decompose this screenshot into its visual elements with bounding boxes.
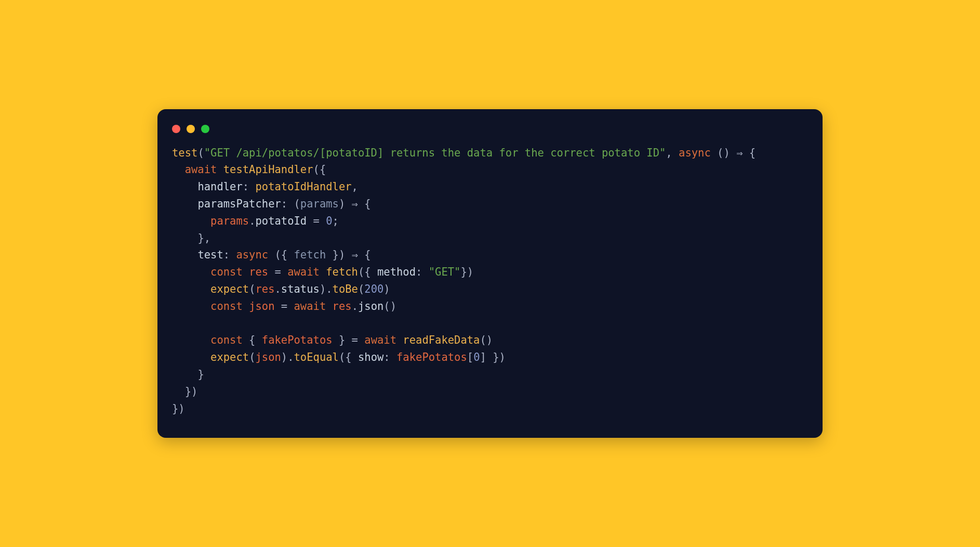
token-num-200: 200 — [364, 283, 383, 295]
token-num-zero: 0 — [326, 215, 332, 227]
token-idx-zero: 0 — [473, 351, 480, 363]
token-param-fetch: fetch — [294, 249, 326, 261]
token-fn-expect: expect — [210, 283, 249, 295]
token-var-fakePotatos: fakePotatos — [396, 351, 467, 363]
token-arrow: ⇒ — [736, 147, 743, 159]
token-kw-await: await — [185, 163, 217, 176]
close-icon[interactable] — [172, 125, 180, 133]
token-prop-method: method — [377, 266, 416, 278]
token-arrow: ⇒ — [352, 249, 358, 261]
token-var-res: res — [249, 266, 268, 278]
token-fn-expect: expect — [210, 351, 249, 363]
token-arrow: ⇒ — [352, 198, 358, 210]
token-prop-json: json — [358, 300, 383, 312]
token-fn-testApiHandler: testApiHandler — [223, 163, 313, 176]
token-fn-potatoIdHandler: potatoIdHandler — [255, 180, 351, 193]
token-fn-toEqual: toEqual — [294, 351, 339, 363]
token-var-res: res — [333, 300, 352, 312]
code-window: test("GET /api/potatos/[potatoID] return… — [157, 109, 823, 438]
token-fn-fetch: fetch — [326, 266, 358, 278]
token-kw-async: async — [236, 249, 268, 261]
maximize-icon[interactable] — [201, 125, 209, 133]
token-param-params: params — [300, 198, 339, 210]
traffic-lights — [172, 122, 808, 145]
token-kw-await: await — [294, 300, 326, 312]
minimize-icon[interactable] — [187, 125, 195, 133]
token-kw-await: await — [364, 334, 396, 346]
token-fn-toBe: toBe — [333, 283, 358, 295]
code-block: test("GET /api/potatos/[potatoID] return… — [172, 145, 808, 418]
token-var-json: json — [255, 351, 281, 363]
token-fn-readFakeData: readFakeData — [403, 334, 480, 346]
token-prop-paramsPatcher: paramsPatcher — [197, 198, 281, 210]
token-var-res: res — [255, 283, 274, 295]
token-string-desc: "GET /api/potatos/[potatoID] returns the… — [204, 147, 666, 159]
token-fn-test: test — [172, 147, 197, 159]
token-var-params: params — [210, 215, 249, 227]
token-var-json: json — [249, 300, 274, 312]
token-kw-await: await — [287, 266, 320, 278]
token-kw-const: const — [210, 266, 243, 278]
token-prop-show: show — [358, 351, 383, 363]
token-kw-const: const — [210, 300, 243, 312]
token-prop-potatoId: potatoId — [255, 215, 307, 227]
token-prop-test: test — [197, 249, 223, 261]
token-kw-const: const — [210, 334, 243, 346]
token-prop-handler: handler — [197, 180, 242, 193]
token-str-get: "GET" — [429, 266, 461, 278]
token-prop-status: status — [281, 283, 320, 295]
token-var-fakePotatos: fakePotatos — [262, 334, 333, 346]
token-kw-async: async — [679, 147, 711, 159]
